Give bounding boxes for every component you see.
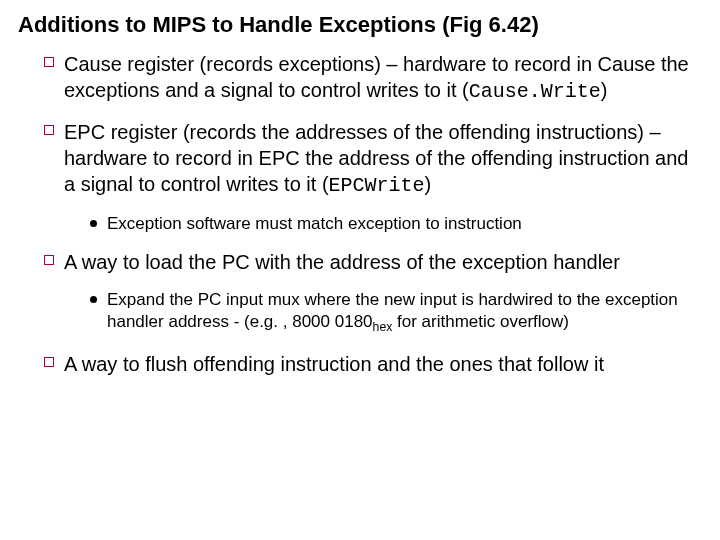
list-item: Cause register (records exceptions) – ha… bbox=[44, 51, 694, 105]
list-item-text: A way to load the PC with the address of… bbox=[64, 249, 620, 275]
text-run: for arithmetic overflow) bbox=[392, 312, 569, 331]
text-run: A way to flush offending instruction and… bbox=[64, 353, 604, 375]
text-run: Exception software must match exception … bbox=[107, 214, 522, 233]
list-item-text: A way to flush offending instruction and… bbox=[64, 351, 604, 377]
list-item: EPC register (records the addresses of t… bbox=[44, 119, 694, 199]
disc-bullet-icon bbox=[90, 296, 97, 303]
text-run: ) bbox=[601, 79, 608, 101]
subscript-run: hex bbox=[373, 321, 393, 335]
square-bullet-icon bbox=[44, 57, 54, 67]
list-item-text: EPC register (records the addresses of t… bbox=[64, 119, 694, 199]
sublist-item-text: Exception software must match exception … bbox=[107, 213, 522, 235]
sublist-item: Expand the PC input mux where the new in… bbox=[90, 289, 690, 336]
square-bullet-icon bbox=[44, 255, 54, 265]
list-item: A way to load the PC with the address of… bbox=[44, 249, 694, 275]
code-run: Cause.Write bbox=[469, 80, 601, 103]
list-item-text: Cause register (records exceptions) – ha… bbox=[64, 51, 694, 105]
text-run: A way to load the PC with the address of… bbox=[64, 251, 620, 273]
disc-bullet-icon bbox=[90, 220, 97, 227]
sublist-item-text: Expand the PC input mux where the new in… bbox=[107, 289, 690, 336]
text-run: ) bbox=[425, 173, 432, 195]
code-run: EPCWrite bbox=[329, 174, 425, 197]
square-bullet-icon bbox=[44, 357, 54, 367]
sublist-item: Exception software must match exception … bbox=[90, 213, 690, 235]
square-bullet-icon bbox=[44, 125, 54, 135]
list-item: A way to flush offending instruction and… bbox=[44, 351, 694, 377]
slide-title: Additions to MIPS to Handle Exceptions (… bbox=[18, 12, 702, 37]
